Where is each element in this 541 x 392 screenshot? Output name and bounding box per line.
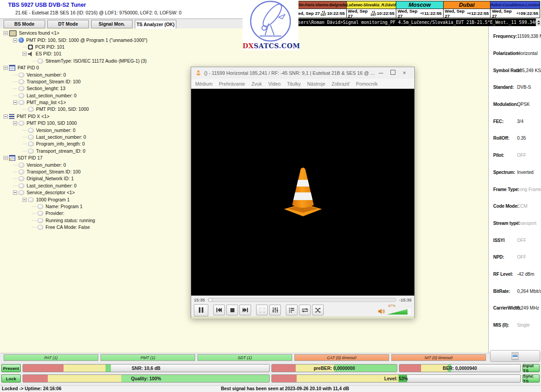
tree-node[interactable]: 1000 Program 1	[0, 196, 189, 203]
tree-expander-icon[interactable]	[23, 47, 27, 47]
tree-node-icon	[28, 149, 34, 154]
tree-node[interactable]: Services found <1>	[0, 30, 189, 36]
tree-node[interactable]: Provider:	[0, 210, 189, 217]
fullscreen-button[interactable]	[256, 305, 268, 315]
tree-expander-icon[interactable]	[32, 206, 36, 207]
tree-expander-icon[interactable]	[4, 31, 8, 35]
tree-node[interactable]: Transport_Stream ID: 100	[0, 78, 189, 85]
tree-expander-icon[interactable]	[32, 227, 36, 228]
shuffle-button[interactable]	[312, 305, 324, 315]
clock-date: Wed, Sep 27	[348, 9, 371, 18]
vlc-menu-item[interactable]: Prehrávanie	[219, 81, 245, 87]
tree-node-label: PCR PID: 101	[35, 45, 64, 50]
console-scroll-arrows[interactable]	[536, 18, 541, 26]
tree-node[interactable]: Service_descriptor <1>	[0, 189, 189, 196]
tree-node[interactable]: Program_info_length: 0	[0, 141, 189, 147]
tree-expander-icon[interactable]	[13, 96, 17, 96]
present-indicator[interactable]: Present	[1, 364, 21, 372]
loop-button[interactable]	[299, 305, 311, 315]
tree-expander-icon[interactable]	[13, 186, 17, 186]
tree-expander-icon[interactable]	[4, 66, 8, 70]
tree-node[interactable]: Version_number: 0	[0, 127, 189, 133]
tree-node[interactable]: Name: Program 1	[0, 203, 189, 210]
close-button[interactable]: ×	[399, 70, 410, 76]
tree-expander-icon[interactable]	[32, 61, 36, 61]
mode-tab[interactable]: TS Analyzer (OK)	[135, 20, 176, 29]
tree-expander-icon[interactable]	[23, 151, 27, 151]
equalizer-button[interactable]	[269, 305, 281, 315]
vlc-title-bar[interactable]: () - 11599 Horizontal 185,241 / RF: -45 …	[191, 67, 414, 79]
vlc-menu-item[interactable]: Video	[268, 81, 280, 87]
tree-node[interactable]: PAT PID 0	[0, 64, 189, 71]
mode-tab[interactable]: DT Mode	[47, 20, 89, 28]
tree-expander-icon[interactable]	[13, 100, 17, 105]
tree-expander-icon[interactable]	[13, 75, 17, 75]
tree-expander-icon[interactable]	[23, 144, 27, 144]
mode-tab[interactable]: Signal Mon.	[91, 20, 133, 28]
vlc-menu-item[interactable]: Médium	[195, 81, 212, 87]
tree-expander-icon[interactable]	[23, 137, 27, 137]
tree-expander-icon[interactable]	[4, 114, 8, 119]
tree-node[interactable]: PCR PID: 101	[0, 44, 189, 50]
tree-expander-icon[interactable]	[32, 220, 36, 221]
tree-node-icon	[18, 183, 24, 188]
input-ts-indicator[interactable]: Input TS	[523, 364, 540, 372]
tree-node[interactable]: Original_Network ID: 1	[0, 175, 189, 182]
sync-ts-indicator[interactable]: Sync TS	[523, 374, 540, 383]
tree-expander-icon[interactable]	[13, 82, 17, 82]
stream-status-button[interactable]	[490, 350, 540, 362]
tree-node[interactable]: Version_number: 0	[0, 161, 189, 168]
tree-node[interactable]: PMT PID: 100, SID: 1000	[0, 106, 189, 113]
tree-node[interactable]: PMT PID X <1>	[0, 113, 189, 120]
pause-button[interactable]	[194, 304, 208, 316]
tree-expander-icon[interactable]	[23, 109, 27, 109]
tree-node[interactable]: Section_lenght: 13	[0, 85, 189, 92]
maximize-button[interactable]	[387, 70, 399, 76]
seek-slider[interactable]	[208, 298, 397, 302]
seek-knob[interactable]	[208, 298, 212, 302]
tree-expander-icon[interactable]	[13, 165, 17, 165]
tree-node[interactable]: PMT PID: 100, SID: 1000 @ Program 1 ("un…	[0, 36, 189, 43]
vlc-menu-item[interactable]: Nástroje	[307, 81, 325, 87]
tuner-app-window: TBS 5927 USB DVB-S2 Tuner 21.6E - Eutels…	[0, 0, 541, 392]
stop-button[interactable]	[226, 305, 238, 315]
tree-expander-icon[interactable]	[13, 178, 17, 179]
volume-control[interactable]: 87%	[378, 308, 411, 315]
tree-expander-icon[interactable]	[32, 213, 36, 214]
previous-button[interactable]	[213, 305, 225, 315]
tree-node[interactable]: SDT PID 17	[0, 155, 189, 161]
tree-node[interactable]: Version_number: 0	[0, 71, 189, 78]
tree-node[interactable]: ES PID: 101	[0, 50, 189, 57]
parameter-row: Frequency: 11599,338 MHz	[489, 28, 541, 45]
tree-expander-icon[interactable]	[23, 130, 27, 131]
tree-expander-icon[interactable]	[13, 38, 17, 42]
vlc-menu-item[interactable]: Zvuk	[252, 81, 262, 87]
vlc-video-area[interactable]	[191, 89, 414, 296]
volume-slider[interactable]	[387, 308, 411, 315]
tree-node[interactable]: Last_section_number: 0	[0, 92, 189, 99]
tree-node[interactable]: Transport_stream_ID: 0	[0, 148, 189, 155]
tree-expander-icon[interactable]	[13, 172, 17, 172]
tree-expander-icon[interactable]	[13, 121, 17, 125]
tree-expander-icon[interactable]	[23, 198, 27, 202]
vlc-menu-item[interactable]: Zobraziť	[331, 81, 349, 87]
tree-node[interactable]: Transport_Stream ID: 100	[0, 169, 189, 175]
vlc-menu-item[interactable]: Titulky	[287, 81, 301, 87]
tree-node[interactable]: PMT PID 100, SID 1000	[0, 120, 189, 127]
next-button[interactable]	[239, 305, 251, 315]
tree-expander-icon[interactable]	[13, 88, 17, 89]
tree-node[interactable]: PMT_map_list <1>	[0, 99, 189, 106]
tree-expander-icon[interactable]	[23, 52, 27, 56]
tree-node[interactable]: Last_section_number: 0	[0, 134, 189, 141]
tree-node[interactable]: Free CA Mode: False	[0, 224, 189, 231]
tree-node[interactable]: Running status: running	[0, 217, 189, 224]
playlist-button[interactable]	[286, 305, 298, 315]
tree-expander-icon[interactable]	[4, 156, 8, 160]
minimize-button[interactable]	[375, 70, 387, 76]
vlc-menu-item[interactable]: Pomocník	[356, 81, 378, 87]
tree-node[interactable]: Last_section_number: 0	[0, 182, 189, 189]
lock-indicator[interactable]: Lock	[1, 374, 21, 383]
tree-node[interactable]: StreamType: ISO/IEC 11172 Audio (MPEG-1)…	[0, 58, 189, 64]
tree-expander-icon[interactable]	[13, 191, 17, 195]
mode-tab[interactable]: BS Mode	[4, 20, 45, 28]
